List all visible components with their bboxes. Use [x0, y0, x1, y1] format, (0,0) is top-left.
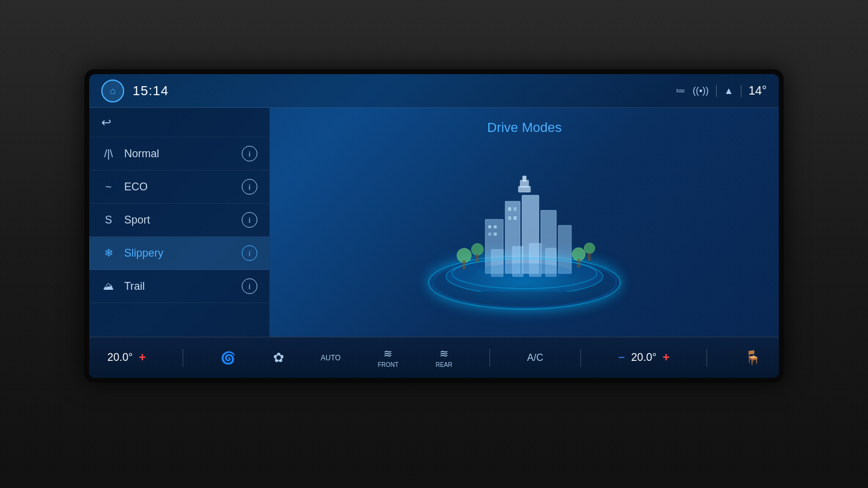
right-panel: Drive Modes	[270, 108, 779, 337]
panel-title: Drive Modes	[487, 120, 561, 136]
sport-icon: S	[101, 214, 116, 227]
sport-label: Sport	[124, 214, 150, 227]
svg-rect-20	[494, 233, 497, 236]
temperature-display: 14°	[749, 84, 767, 98]
slippery-label: Slippery	[124, 247, 163, 260]
main-content: ↩ /|\ Normal i ~ ECO i	[89, 108, 779, 337]
front-defrost-icon[interactable]: ≋	[383, 347, 392, 360]
wifi-icon: ((•))	[693, 86, 709, 96]
svg-rect-22	[514, 207, 517, 211]
navigation-icon: ▲	[724, 86, 734, 96]
trail-label: Trail	[124, 280, 145, 293]
fan-icon[interactable]: ✿	[273, 350, 284, 366]
steering-fan-icon[interactable]: 🌀	[221, 351, 236, 365]
mode-left-normal: /|\ Normal	[101, 148, 159, 160]
drive-mode-slippery[interactable]: ❄ Slippery i	[89, 237, 269, 270]
right-temp-group: − 20.0° +	[618, 351, 670, 364]
left-temp-plus[interactable]: +	[139, 351, 146, 364]
mode-left-slippery: ❄ Slippery	[101, 246, 163, 260]
screen-bezel: ⌂ 15:14 ≔ ((•)) ▲ 14° ↩ /|\	[84, 69, 784, 383]
home-button[interactable]: ⌂	[101, 80, 124, 102]
drive-mode-normal[interactable]: /|\ Normal i	[89, 137, 269, 170]
divider-2	[741, 85, 741, 97]
svg-point-29	[476, 263, 573, 281]
svg-rect-23	[508, 216, 511, 220]
slippery-icon: ❄	[101, 246, 116, 260]
rear-defrost-group: ≋ REAR	[436, 347, 453, 368]
divider	[716, 85, 717, 97]
svg-point-5	[572, 248, 585, 261]
divider-climate-4	[706, 349, 707, 367]
svg-rect-19	[488, 233, 491, 236]
rear-label: REAR	[436, 361, 453, 368]
svg-rect-24	[514, 216, 517, 220]
eco-label: ECO	[124, 181, 148, 193]
mode-left-trail: ⛰ Trail	[101, 280, 145, 293]
drive-mode-trail[interactable]: ⛰ Trail i	[89, 270, 269, 303]
divider-climate-2	[489, 349, 490, 367]
svg-point-7	[584, 243, 595, 254]
eco-icon: ~	[101, 181, 116, 193]
normal-label: Normal	[124, 148, 159, 160]
fan-left-group: 🌀	[221, 351, 236, 365]
left-panel: ↩ /|\ Normal i ~ ECO i	[89, 108, 270, 337]
fan-speed-group: ✿	[273, 350, 284, 366]
drive-mode-eco[interactable]: ~ ECO i	[89, 170, 269, 204]
auto-group: AUTO	[321, 354, 341, 362]
right-temperature: 20.0°	[631, 351, 656, 364]
left-temp-group: 20.0° +	[107, 351, 146, 364]
seat-icon[interactable]: 🪑	[744, 350, 761, 366]
svg-rect-16	[523, 176, 526, 181]
back-button[interactable]: ↩	[89, 108, 269, 137]
time-display: 15:14	[133, 83, 169, 99]
ac-group: A/C	[527, 352, 544, 363]
svg-rect-17	[488, 225, 491, 228]
mode-left-sport: S Sport	[101, 214, 150, 227]
normal-icon: /|\	[101, 148, 116, 160]
right-temp-plus[interactable]: +	[662, 351, 670, 364]
settings-icon: ≔	[676, 85, 685, 96]
ac-label[interactable]: A/C	[527, 352, 544, 363]
front-defrost-group: ≋ FRONT	[378, 347, 398, 368]
divider-climate-1	[183, 349, 183, 367]
auto-label[interactable]: AUTO	[321, 354, 341, 362]
svg-rect-18	[494, 225, 497, 228]
eco-info-button[interactable]: i	[242, 179, 257, 195]
normal-info-button[interactable]: i	[242, 146, 257, 161]
rear-defrost-icon[interactable]: ≋	[439, 347, 448, 360]
svg-rect-8	[588, 253, 591, 261]
climate-bar: 20.0° + 🌀 ✿ AUTO ≋ FRONT	[89, 337, 779, 378]
sport-info-button[interactable]: i	[242, 212, 257, 228]
seat-group: 🪑	[744, 350, 761, 366]
trail-info-button[interactable]: i	[242, 278, 257, 294]
city-visualization	[410, 148, 639, 325]
top-right-group: ≔ ((•)) ▲ 14°	[676, 84, 767, 98]
top-bar: ⌂ 15:14 ≔ ((•)) ▲ 14°	[89, 74, 779, 108]
trail-icon: ⛰	[101, 280, 116, 293]
city-svg	[434, 171, 615, 292]
svg-point-3	[471, 243, 483, 255]
drive-mode-sport[interactable]: S Sport i	[89, 204, 269, 237]
main-screen: ⌂ 15:14 ≔ ((•)) ▲ 14° ↩ /|\	[89, 74, 779, 378]
top-left-group: ⌂ 15:14	[101, 80, 169, 102]
svg-rect-21	[508, 207, 511, 211]
slippery-info-button[interactable]: i	[242, 245, 257, 261]
left-temperature: 20.0°	[107, 351, 133, 364]
mode-left-eco: ~ ECO	[101, 181, 148, 193]
front-label: FRONT	[378, 361, 398, 368]
right-temp-minus[interactable]: −	[618, 351, 625, 364]
divider-climate-3	[580, 349, 581, 367]
